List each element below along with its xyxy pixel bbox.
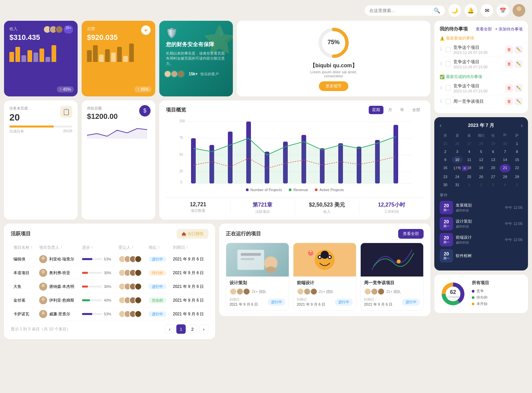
tab-week[interactable]: 星期 xyxy=(369,106,383,114)
cal-day-30[interactable]: 30 xyxy=(440,181,451,188)
cal-day-8[interactable]: 8 xyxy=(511,148,523,155)
todo-checkbox-4[interactable] xyxy=(445,99,451,104)
cal-header-fr: Fr xyxy=(500,132,511,139)
donut-info: 所有项目 竞争 待办的 未开始 xyxy=(472,280,523,308)
cal-day-24[interactable]: 24 xyxy=(452,173,463,180)
cal-day-10[interactable]: 10 xyxy=(452,156,463,163)
bell-icon-btn[interactable]: 🔔 xyxy=(464,4,477,17)
todo-edit-btn-1[interactable]: ✏️ xyxy=(515,46,523,54)
td-progress-0: 53% xyxy=(79,252,116,266)
event-date-2: 20 周一 xyxy=(440,217,453,230)
cal-day-30-prev[interactable]: 30 xyxy=(500,140,511,147)
cal-day-26-prev[interactable]: 26 xyxy=(452,140,463,147)
cal-day-11[interactable]: 11 xyxy=(463,156,475,163)
cal-day-27-prev[interactable]: 27 xyxy=(463,140,475,147)
team-av-f1 xyxy=(297,288,304,295)
todo-checkbox-3[interactable] xyxy=(445,85,451,91)
expense-add-btn[interactable]: + xyxy=(141,25,151,35)
td-status-4: 进行中 xyxy=(146,307,170,321)
tab-month[interactable]: 月 xyxy=(385,106,395,114)
cal-day-6[interactable]: 6 xyxy=(487,148,499,155)
search-input[interactable] xyxy=(369,8,431,13)
cal-day-1-next[interactable]: 1 xyxy=(463,181,475,188)
user-avatar[interactable] xyxy=(513,4,525,17)
ap-header: 活跃项目 📤 出口报告 xyxy=(11,229,208,239)
cal-day-12[interactable]: 12 xyxy=(475,156,487,163)
td-assignee-0 xyxy=(116,252,146,266)
tab-all[interactable]: 全部 xyxy=(409,106,424,114)
cal-day-9[interactable]: 9 xyxy=(440,156,451,163)
cal-day-4[interactable]: 4 xyxy=(463,148,475,155)
cal-day-26[interactable]: 26 xyxy=(475,173,487,180)
cal-day-14[interactable]: 14 xyxy=(500,156,511,163)
view-all-running-btn[interactable]: 查看全部 xyxy=(398,229,424,239)
moon-icon-btn[interactable]: 🌙 xyxy=(448,4,461,17)
cal-day-3-next[interactable]: 3 xyxy=(487,181,499,188)
more-details-btn[interactable]: 更多细节 xyxy=(319,81,348,91)
cal-day-25[interactable]: 25 xyxy=(463,173,475,180)
cal-day-5-next[interactable]: 5 xyxy=(511,181,523,188)
calendar-next-btn[interactable]: › xyxy=(521,123,523,129)
bar-6 xyxy=(39,49,44,62)
cal-day-16[interactable]: 16 xyxy=(440,164,451,172)
todo-checkbox-2[interactable] xyxy=(445,61,451,67)
cal-day-13[interactable]: 13 xyxy=(487,156,499,163)
drag-handle-4[interactable]: ⠿ xyxy=(440,99,443,104)
cal-day-28[interactable]: 28 xyxy=(500,173,511,180)
calendar-icon-btn[interactable]: 📅 xyxy=(497,4,509,17)
td-status-2: 进行中 xyxy=(146,280,170,294)
cal-day-7[interactable]: 7 xyxy=(500,148,511,155)
todo-edit-btn-2[interactable]: ✏️ xyxy=(515,60,523,68)
td-due-3: 2021 年 9 月 6 日 xyxy=(170,294,208,307)
cal-day-2-next[interactable]: 2 xyxy=(475,181,487,188)
add-todo-btn[interactable]: + 添加待办事项 xyxy=(495,26,523,32)
search-box[interactable]: 🔍 xyxy=(365,5,445,16)
todo-btns-2: 🗑 ✏️ xyxy=(505,60,523,68)
todo-edit-btn-3[interactable]: ✏️ xyxy=(515,84,523,92)
cal-day-25-prev[interactable]: 25 xyxy=(440,140,451,147)
cal-day-5[interactable]: 5 xyxy=(475,148,487,155)
cal-day-1[interactable]: 1 xyxy=(511,140,523,147)
page-1-btn[interactable]: 1 xyxy=(176,324,186,334)
todo-delete-btn-2[interactable]: 🗑 xyxy=(505,60,513,68)
cal-day-15[interactable]: 15 xyxy=(511,156,523,163)
mail-icon-btn[interactable]: ✉ xyxy=(480,4,493,17)
calendar-header: ‹ 2023 年 7 月 › xyxy=(440,123,523,129)
cal-day-19[interactable]: 19 xyxy=(475,164,487,172)
todo-item-done-2: ⠿ 周一竞争谈项目 🗑 ✏️ xyxy=(440,95,523,108)
cal-day-23[interactable]: 23 xyxy=(440,173,451,180)
export-report-btn[interactable]: 📤 出口报告 xyxy=(177,229,208,239)
cal-header-th: 社 xyxy=(487,132,499,139)
todo-checkbox-1[interactable] xyxy=(445,47,451,52)
cal-day-17[interactable]: 17号 ⚙ xyxy=(452,164,463,172)
tab-year[interactable]: 年 xyxy=(397,106,408,114)
cal-day-2[interactable]: 2 xyxy=(440,148,451,155)
todo-delete-btn-1[interactable]: 🗑 xyxy=(505,46,513,54)
view-all-todo-btn[interactable]: 查看全部 xyxy=(476,26,492,32)
td-proj-name-1: 本道项目 xyxy=(11,266,36,280)
legend-label-active: Active Projects xyxy=(320,188,344,192)
prev-page-btn[interactable]: ‹ xyxy=(165,324,174,334)
pagination: 显示 1 到 5 条目（共 10 个条目） ‹ 1 2 › xyxy=(11,324,208,334)
drag-handle-2[interactable]: ⠿ xyxy=(440,62,443,66)
team-av-2 xyxy=(236,288,244,295)
cal-day-20[interactable]: 20 xyxy=(487,164,499,172)
todo-delete-btn-4[interactable]: 🗑 xyxy=(505,97,513,105)
todo-edit-btn-4[interactable]: ✏️ xyxy=(515,97,523,105)
drag-handle-3[interactable]: ⠿ xyxy=(440,86,443,90)
calendar-prev-btn[interactable]: ‹ xyxy=(440,123,441,129)
page-2-btn[interactable]: 2 xyxy=(188,324,197,334)
cal-day-4-next[interactable]: 4 xyxy=(500,181,511,188)
cal-day-31[interactable]: 31 xyxy=(452,181,463,188)
drag-handle-1[interactable]: ⠿ xyxy=(440,47,443,52)
cal-day-27[interactable]: 27 xyxy=(487,173,499,180)
todo-text-1: 竞争这个项目 2023-12-26 07:15:00 xyxy=(453,45,503,55)
cal-day-29-prev[interactable]: 29 xyxy=(487,140,499,147)
todo-delete-btn-3[interactable]: 🗑 xyxy=(505,84,513,92)
cal-day-22[interactable]: 22 xyxy=(511,164,523,172)
cal-day-21-today[interactable]: 21 xyxy=(500,164,511,172)
cal-day-3[interactable]: 3 xyxy=(452,148,463,155)
next-page-btn[interactable]: › xyxy=(199,324,208,334)
cal-day-29[interactable]: 29 xyxy=(511,173,523,180)
cal-day-28-prev[interactable]: 28 xyxy=(475,140,487,147)
